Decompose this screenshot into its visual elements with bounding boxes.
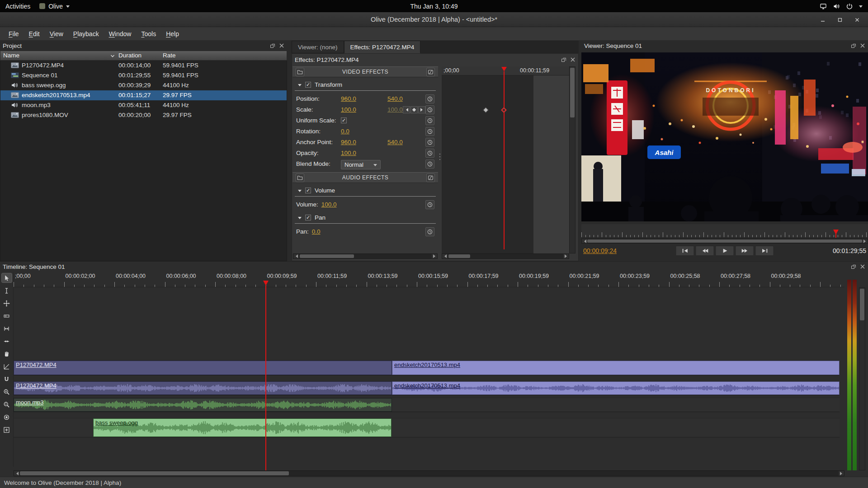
hand-tool-button[interactable] xyxy=(2,349,12,358)
zoom-in-tool-button[interactable] xyxy=(2,387,12,396)
tab-effects[interactable]: Effects: P1270472.MP4 xyxy=(344,41,421,53)
scroll-left-arrow[interactable] xyxy=(582,239,587,243)
float-panel-icon[interactable] xyxy=(270,43,275,48)
scrollbar-thumb[interactable] xyxy=(587,239,862,243)
project-item-bass-sweep-ogg[interactable]: bass sweep.ogg00:00:39;2944100 Hz xyxy=(0,80,287,90)
minimize-button[interactable] xyxy=(816,14,830,25)
effect-enabled-checkbox[interactable]: ✓ xyxy=(305,215,311,221)
add-keyframe-button[interactable] xyxy=(410,106,418,113)
disclosure-icon[interactable] xyxy=(298,84,302,88)
project-list[interactable]: P1270472.MP400:00:14;0059.9401 FPSSequen… xyxy=(0,61,287,261)
slip-tool-button[interactable] xyxy=(2,324,12,333)
maximize-button[interactable] xyxy=(833,14,847,25)
add-effect-button[interactable] xyxy=(296,68,304,76)
timeline-tracks[interactable]: P1270472.MP4endsketch20170513.mp4P127047… xyxy=(14,287,844,470)
next-keyframe-button[interactable] xyxy=(418,106,425,113)
blend-mode-dropdown[interactable]: Normal xyxy=(341,160,381,169)
keyframe-toggle-button[interactable] xyxy=(425,200,434,209)
scrollbar-thumb[interactable] xyxy=(570,68,575,117)
uniform-scale-checkbox[interactable]: ✓ xyxy=(341,117,347,123)
float-panel-icon[interactable] xyxy=(851,264,856,269)
keyframe-toggle-button[interactable] xyxy=(425,160,434,169)
close-panel-icon[interactable] xyxy=(279,43,284,48)
ripple-tool-button[interactable] xyxy=(2,299,12,308)
column-name[interactable]: Name xyxy=(3,51,19,60)
keyframe-toggle-button[interactable] xyxy=(425,116,434,125)
network-icon[interactable] xyxy=(820,3,827,10)
value-field[interactable]: 960.0 xyxy=(341,137,356,148)
clip-p1270472-mp4[interactable]: P1270472.MP4 xyxy=(14,361,392,375)
close-panel-icon[interactable] xyxy=(860,43,865,48)
project-item-endsketch20170513-mp4[interactable]: endsketch20170513.mp400:01:15;2729.97 FP… xyxy=(0,90,287,100)
project-list-header[interactable]: Name Duration Rate xyxy=(0,51,287,61)
keyframe-vertical-scrollbar[interactable] xyxy=(569,66,576,253)
timeline-ruler[interactable]: ;00;0000:00:02;0000:00:04;0000:00:06;000… xyxy=(14,272,844,287)
menu-tools[interactable]: Tools xyxy=(136,27,161,41)
column-duration[interactable]: Duration xyxy=(118,51,142,60)
value-field[interactable]: 100.0 xyxy=(341,148,356,159)
project-item-prores1080-mov[interactable]: prores1080.MOV00:00:20;0029.97 FPS xyxy=(0,110,287,120)
keyframe-toggle-button[interactable] xyxy=(425,105,434,114)
scroll-right-arrow[interactable] xyxy=(563,254,569,258)
value-field[interactable]: 100.0 xyxy=(321,199,337,210)
keyframe-toggle-button[interactable] xyxy=(425,227,434,236)
keyframe-toggle-button[interactable] xyxy=(425,138,434,147)
app-menu[interactable]: Olive xyxy=(39,3,70,10)
keyframe-toggle-button[interactable] xyxy=(425,149,434,158)
disclosure-icon[interactable] xyxy=(298,217,302,221)
clock[interactable]: Thu Jan 3, 10:49 xyxy=(0,3,868,10)
current-timecode[interactable]: 00:00:09;24 xyxy=(581,247,617,254)
menu-window[interactable]: Window xyxy=(104,27,137,41)
go-to-end-button[interactable] xyxy=(755,246,774,256)
snap-tool-button[interactable] xyxy=(2,375,12,384)
timeline-horizontal-scrollbar[interactable] xyxy=(14,470,844,476)
fast-forward-button[interactable] xyxy=(736,246,754,256)
edit-tool-button[interactable] xyxy=(2,286,12,295)
project-item-moon-mp3[interactable]: moon.mp300:05:41;1144100 Hz xyxy=(0,100,287,110)
keyframe-toggle-button[interactable] xyxy=(425,127,434,136)
scroll-right-arrow[interactable] xyxy=(839,471,844,476)
scrollbar-thumb[interactable] xyxy=(448,254,470,258)
viewer-ruler[interactable] xyxy=(581,224,868,238)
clip-endsketch20170513-mp4[interactable]: endsketch20170513.mp4 xyxy=(392,361,840,375)
zoom-out-tool-button[interactable] xyxy=(2,400,12,409)
menu-view[interactable]: View xyxy=(45,27,68,41)
close-panel-icon[interactable] xyxy=(570,57,576,62)
scroll-left-arrow[interactable] xyxy=(14,471,19,476)
add-track-tool-button[interactable] xyxy=(2,425,12,434)
close-button[interactable] xyxy=(850,14,864,25)
pointer-tool-button[interactable] xyxy=(2,273,12,282)
keyframe-horizontal-scrollbar[interactable] xyxy=(442,253,569,259)
add-effect-button[interactable] xyxy=(296,174,304,182)
clip-p1270472-mp4[interactable]: P1270472.MP4 xyxy=(14,381,392,395)
clip-bass-sweep-ogg[interactable]: bass sweep.ogg xyxy=(93,418,392,437)
scrollbar-thumb[interactable] xyxy=(20,471,289,475)
keyframe-playhead-line[interactable] xyxy=(504,71,505,249)
value-field[interactable]: 100.0 xyxy=(341,104,356,115)
effect-enabled-checkbox[interactable]: ✓ xyxy=(305,188,311,193)
effects-horizontal-scrollbar[interactable] xyxy=(293,253,438,259)
scroll-left-arrow[interactable] xyxy=(293,254,299,258)
effect-enabled-checkbox[interactable]: ✓ xyxy=(305,82,311,88)
float-panel-icon[interactable] xyxy=(851,43,856,48)
scroll-right-arrow[interactable] xyxy=(862,239,868,243)
previous-keyframe-button[interactable] xyxy=(403,106,410,113)
slide-tool-button[interactable] xyxy=(2,337,12,346)
menu-file[interactable]: File xyxy=(4,27,24,41)
value-field[interactable]: 540.0 xyxy=(387,94,403,104)
value-field[interactable]: 540.0 xyxy=(387,137,403,148)
menu-help[interactable]: Help xyxy=(161,27,184,41)
timeline-playhead-line[interactable] xyxy=(265,286,266,470)
effect-options-button[interactable] xyxy=(426,68,435,76)
menu-edit[interactable]: Edit xyxy=(24,27,45,41)
column-rate[interactable]: Rate xyxy=(163,51,176,60)
timeline-playhead-marker[interactable] xyxy=(263,281,269,286)
keyframe-toggle-button[interactable] xyxy=(425,94,434,103)
viewer-horizontal-scrollbar[interactable] xyxy=(581,239,868,244)
rewind-button[interactable] xyxy=(696,246,714,256)
value-field[interactable]: 0.0 xyxy=(312,226,321,237)
activities-button[interactable]: Activities xyxy=(5,3,30,10)
splitter-handle[interactable] xyxy=(438,66,442,248)
clip-moon-mp3[interactable]: moon.mp3 xyxy=(14,398,392,412)
transition-tool-button[interactable] xyxy=(2,362,12,371)
